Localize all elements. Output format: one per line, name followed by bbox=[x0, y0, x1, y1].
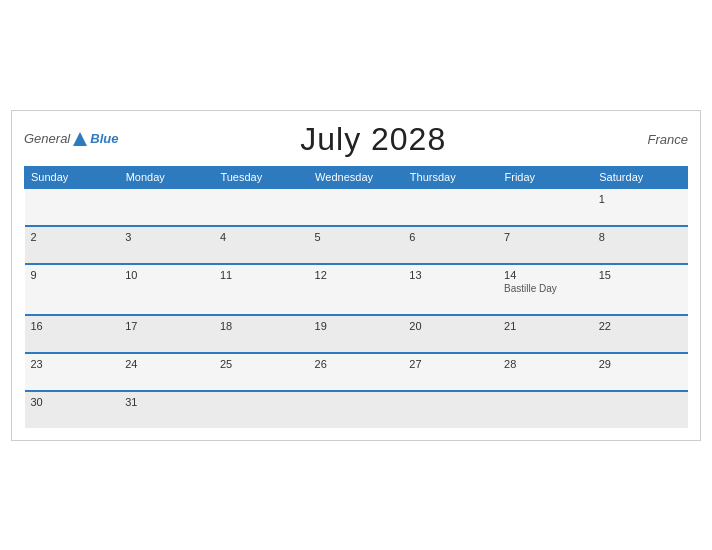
logo: General Blue bbox=[24, 130, 118, 148]
day-number: 4 bbox=[220, 231, 303, 243]
header-day-wednesday: Wednesday bbox=[309, 166, 404, 188]
day-cell-w5-d2 bbox=[214, 391, 309, 428]
calendar-title: July 2028 bbox=[118, 121, 628, 158]
day-cell-w0-d4 bbox=[403, 188, 498, 226]
day-cell-w4-d0: 23 bbox=[25, 353, 120, 391]
calendar-grid: SundayMondayTuesdayWednesdayThursdayFrid… bbox=[24, 166, 688, 428]
day-cell-w3-d6: 22 bbox=[593, 315, 688, 353]
day-cell-w5-d0: 30 bbox=[25, 391, 120, 428]
day-number: 15 bbox=[599, 269, 682, 281]
calendar-container: General Blue July 2028 France SundayMond… bbox=[11, 110, 701, 441]
day-number: 25 bbox=[220, 358, 303, 370]
day-number: 13 bbox=[409, 269, 492, 281]
day-number: 16 bbox=[31, 320, 114, 332]
day-number: 21 bbox=[504, 320, 587, 332]
day-cell-w0-d1 bbox=[119, 188, 214, 226]
header-day-thursday: Thursday bbox=[403, 166, 498, 188]
day-cell-w3-d5: 21 bbox=[498, 315, 593, 353]
calendar-thead: SundayMondayTuesdayWednesdayThursdayFrid… bbox=[25, 166, 688, 188]
day-cell-w2-d5: 14Bastille Day bbox=[498, 264, 593, 315]
day-cell-w1-d3: 5 bbox=[309, 226, 404, 264]
day-number: 5 bbox=[315, 231, 398, 243]
day-number: 12 bbox=[315, 269, 398, 281]
logo-blue-text: Blue bbox=[90, 132, 118, 146]
day-number: 18 bbox=[220, 320, 303, 332]
day-cell-w3-d3: 19 bbox=[309, 315, 404, 353]
day-cell-w2-d0: 9 bbox=[25, 264, 120, 315]
calendar-header: General Blue July 2028 France bbox=[24, 121, 688, 158]
day-number: 19 bbox=[315, 320, 398, 332]
day-number: 20 bbox=[409, 320, 492, 332]
header-day-saturday: Saturday bbox=[593, 166, 688, 188]
day-cell-w4-d1: 24 bbox=[119, 353, 214, 391]
day-cell-w1-d6: 8 bbox=[593, 226, 688, 264]
day-cell-w0-d2 bbox=[214, 188, 309, 226]
day-cell-w0-d3 bbox=[309, 188, 404, 226]
header-day-tuesday: Tuesday bbox=[214, 166, 309, 188]
day-cell-w0-d0 bbox=[25, 188, 120, 226]
day-cell-w4-d3: 26 bbox=[309, 353, 404, 391]
day-cell-w1-d4: 6 bbox=[403, 226, 498, 264]
day-cell-w1-d5: 7 bbox=[498, 226, 593, 264]
day-number: 29 bbox=[599, 358, 682, 370]
day-cell-w3-d2: 18 bbox=[214, 315, 309, 353]
day-cell-w0-d5 bbox=[498, 188, 593, 226]
day-cell-w1-d0: 2 bbox=[25, 226, 120, 264]
day-cell-w2-d2: 11 bbox=[214, 264, 309, 315]
calendar-tbody: 1234567891011121314Bastille Day151617181… bbox=[25, 188, 688, 428]
day-cell-w4-d4: 27 bbox=[403, 353, 498, 391]
day-cell-w5-d4 bbox=[403, 391, 498, 428]
day-number: 27 bbox=[409, 358, 492, 370]
logo-general-text: General bbox=[24, 132, 70, 146]
logo-icon bbox=[71, 130, 89, 148]
day-number: 6 bbox=[409, 231, 492, 243]
day-cell-w4-d6: 29 bbox=[593, 353, 688, 391]
header-day-monday: Monday bbox=[119, 166, 214, 188]
day-number: 8 bbox=[599, 231, 682, 243]
holiday-label: Bastille Day bbox=[504, 283, 587, 294]
day-cell-w0-d6: 1 bbox=[593, 188, 688, 226]
svg-marker-0 bbox=[73, 132, 87, 146]
day-cell-w3-d0: 16 bbox=[25, 315, 120, 353]
day-number: 28 bbox=[504, 358, 587, 370]
day-number: 9 bbox=[31, 269, 114, 281]
week-row-5: 3031 bbox=[25, 391, 688, 428]
day-cell-w5-d5 bbox=[498, 391, 593, 428]
week-row-0: 1 bbox=[25, 188, 688, 226]
day-cell-w3-d4: 20 bbox=[403, 315, 498, 353]
day-cell-w1-d2: 4 bbox=[214, 226, 309, 264]
day-cell-w2-d6: 15 bbox=[593, 264, 688, 315]
day-number: 22 bbox=[599, 320, 682, 332]
week-row-3: 16171819202122 bbox=[25, 315, 688, 353]
day-cell-w2-d1: 10 bbox=[119, 264, 214, 315]
day-number: 7 bbox=[504, 231, 587, 243]
day-cell-w1-d1: 3 bbox=[119, 226, 214, 264]
day-cell-w5-d3 bbox=[309, 391, 404, 428]
day-cell-w4-d2: 25 bbox=[214, 353, 309, 391]
day-cell-w2-d3: 12 bbox=[309, 264, 404, 315]
header-day-friday: Friday bbox=[498, 166, 593, 188]
day-number: 10 bbox=[125, 269, 208, 281]
days-header-row: SundayMondayTuesdayWednesdayThursdayFrid… bbox=[25, 166, 688, 188]
day-number: 24 bbox=[125, 358, 208, 370]
day-number: 31 bbox=[125, 396, 208, 408]
day-cell-w4-d5: 28 bbox=[498, 353, 593, 391]
day-cell-w3-d1: 17 bbox=[119, 315, 214, 353]
day-number: 11 bbox=[220, 269, 303, 281]
country-label: France bbox=[628, 132, 688, 147]
day-number: 3 bbox=[125, 231, 208, 243]
header-day-sunday: Sunday bbox=[25, 166, 120, 188]
day-number: 2 bbox=[31, 231, 114, 243]
day-cell-w5-d6 bbox=[593, 391, 688, 428]
day-number: 1 bbox=[599, 193, 682, 205]
day-number: 23 bbox=[31, 358, 114, 370]
week-row-4: 23242526272829 bbox=[25, 353, 688, 391]
day-number: 26 bbox=[315, 358, 398, 370]
week-row-2: 91011121314Bastille Day15 bbox=[25, 264, 688, 315]
day-number: 14 bbox=[504, 269, 587, 281]
week-row-1: 2345678 bbox=[25, 226, 688, 264]
day-number: 30 bbox=[31, 396, 114, 408]
day-number: 17 bbox=[125, 320, 208, 332]
day-cell-w5-d1: 31 bbox=[119, 391, 214, 428]
day-cell-w2-d4: 13 bbox=[403, 264, 498, 315]
